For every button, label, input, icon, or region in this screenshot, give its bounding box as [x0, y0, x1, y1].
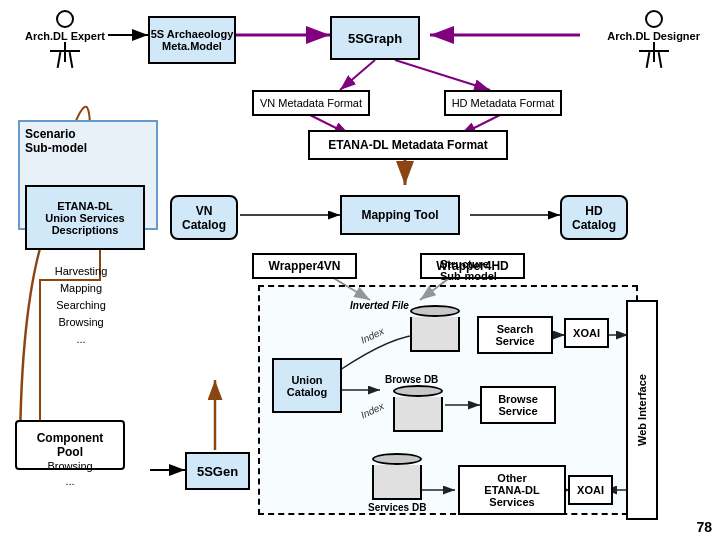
- wrapper4vn-label: Wrapper4VN: [269, 259, 341, 273]
- fivesgraph-box: 5SGraph: [330, 16, 420, 60]
- inverted-file-label: Inverted File: [350, 300, 409, 311]
- metamodel-box: 5S Archaeology Meta.Model: [148, 16, 236, 64]
- vn-metadata-label: VN Metadata Format: [260, 97, 362, 109]
- browse-cylinder: [393, 385, 443, 432]
- browse-db-label: Browse DB: [385, 374, 438, 385]
- other-etana-label: Other ETANA-DL Services: [484, 472, 539, 508]
- structure-submodel-label: Structure Sub-model: [440, 258, 497, 282]
- vn-catalog-label: VN Catalog: [182, 204, 226, 232]
- ellipsis-2: ...: [15, 475, 125, 487]
- designer-label: Arch.DL Designer: [607, 30, 700, 42]
- component-pool-label: Component Pool: [37, 431, 104, 459]
- browse-cylinder-top: [393, 385, 443, 397]
- vn-metadata-box: VN Metadata Format: [252, 90, 370, 116]
- services-db-body: [372, 465, 422, 500]
- search-cylinder-body: [410, 317, 460, 352]
- vn-catalog-box: VN Catalog: [170, 195, 238, 240]
- browse-service-box: Browse Service: [480, 386, 556, 424]
- browsing-label-1: Browsing: [26, 316, 136, 328]
- union-catalog-label: Union Catalog: [287, 374, 327, 398]
- xoai-box-2: XOAI: [568, 475, 613, 505]
- search-service-box: Search Service: [477, 316, 553, 354]
- archdl-designer-figure: Arch.DL Designer: [607, 10, 700, 68]
- etana-union-box: ETANA-DL Union Services Descriptions: [25, 185, 145, 250]
- expert-head: [56, 10, 74, 28]
- expert-leg-l: [57, 52, 62, 68]
- harvesting-label: Harvesting: [26, 265, 136, 277]
- searching-label: Searching: [26, 299, 136, 311]
- fivesgraph-label: 5SGraph: [348, 31, 402, 46]
- search-cylinder: [410, 305, 460, 352]
- hd-metadata-label: HD Metadata Format: [452, 97, 555, 109]
- wrapper4vn-box: Wrapper4VN: [252, 253, 357, 279]
- svg-line-10: [395, 60, 490, 90]
- mapping-tool-box: Mapping Tool: [340, 195, 460, 235]
- svg-line-9: [340, 60, 375, 90]
- ellipsis-1: ...: [26, 333, 136, 345]
- scenario-submodel-label: Scenario Sub-model: [25, 127, 87, 155]
- services-db-top: [372, 453, 422, 465]
- mapping-label: Mapping: [26, 282, 136, 294]
- xoai-box-1: XOAI: [564, 318, 609, 348]
- browsing-label-2: Browsing: [15, 460, 125, 472]
- search-cylinder-top: [410, 305, 460, 317]
- browse-service-label: Browse Service: [498, 393, 538, 417]
- etana-metadata-label: ETANA-DL Metadata Format: [328, 138, 488, 152]
- hd-catalog-box: HD Catalog: [560, 195, 628, 240]
- designer-head: [645, 10, 663, 28]
- diagram-container: Arch.DL Expert Arch.DL Designer 5S Archa…: [0, 0, 720, 540]
- services-db-cylinder: Services DB: [368, 453, 426, 513]
- page-number: 78: [696, 519, 712, 535]
- services-db-label: Services DB: [368, 502, 426, 513]
- web-interface-label: Web Interface: [636, 374, 648, 446]
- designer-leg-l: [645, 52, 650, 68]
- etana-union-label: ETANA-DL Union Services Descriptions: [45, 200, 124, 236]
- etana-metadata-box: ETANA-DL Metadata Format: [308, 130, 508, 160]
- xoai-2-label: XOAI: [577, 484, 604, 496]
- xoai-1-label: XOAI: [573, 327, 600, 339]
- web-interface-box: Web Interface: [626, 300, 658, 520]
- browse-cylinder-body: [393, 397, 443, 432]
- expert-leg-r: [69, 52, 74, 68]
- designer-leg-r: [657, 52, 662, 68]
- archdl-expert-figure: Arch.DL Expert: [25, 10, 105, 68]
- fivesgen-label: 5SGen: [197, 464, 238, 479]
- expert-legs: [58, 52, 72, 68]
- mapping-tool-label: Mapping Tool: [361, 208, 438, 222]
- hd-catalog-label: HD Catalog: [572, 204, 616, 232]
- expert-label: Arch.DL Expert: [25, 30, 105, 42]
- search-service-label: Search Service: [495, 323, 534, 347]
- union-catalog-box: Union Catalog: [272, 358, 342, 413]
- other-etana-box: Other ETANA-DL Services: [458, 465, 566, 515]
- designer-legs: [647, 52, 661, 68]
- fivesgen-box: 5SGen: [185, 452, 250, 490]
- hd-metadata-box: HD Metadata Format: [444, 90, 562, 116]
- metamodel-label: 5S Archaeology Meta.Model: [151, 28, 234, 52]
